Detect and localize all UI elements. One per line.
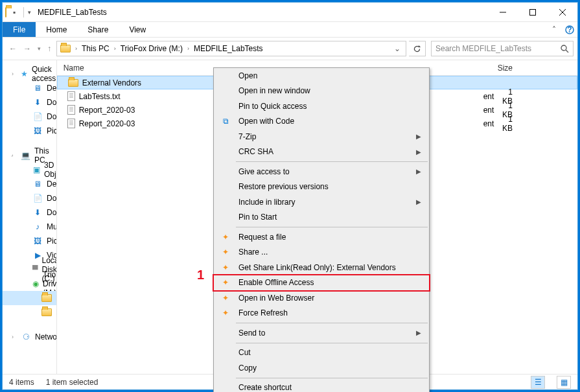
svg-line-7	[566, 50, 568, 52]
cube-icon: ▣	[32, 165, 40, 175]
menu-separator	[236, 227, 428, 227]
submenu-arrow-icon: ▶	[416, 198, 429, 205]
view-large-icons-button[interactable]: ▦	[557, 376, 571, 389]
svg-text:?: ?	[567, 25, 572, 34]
context-menu-item[interactable]: Create shortcut	[214, 380, 429, 393]
maximize-button[interactable]	[518, 3, 548, 22]
context-menu-item[interactable]: Copy	[214, 360, 429, 376]
context-menu-item[interactable]: ✦Open in Web Browser	[214, 290, 429, 306]
sidebar-item-quick-access[interactable]: › ★Quick access	[3, 67, 56, 81]
status-item-count: 4 items	[9, 378, 34, 387]
cloud-icon: ✦	[220, 262, 231, 273]
back-button[interactable]: ←	[9, 44, 17, 53]
context-menu-item[interactable]: ✦Request a file	[214, 229, 429, 245]
up-button[interactable]: ↑	[47, 44, 51, 53]
sidebar-item-medfile-labtests[interactable]: MEDFILE_LabTests	[3, 291, 56, 305]
file-type: ent	[426, 119, 498, 128]
context-menu-label: Pin to Start	[238, 213, 277, 222]
context-menu-label: Request a file	[238, 233, 286, 242]
file-tab[interactable]: File	[3, 22, 36, 37]
context-menu-label: Enable Offline Access	[238, 278, 314, 287]
context-menu-item[interactable]: ✦Share ...	[214, 245, 429, 260]
search-icon[interactable]	[561, 45, 569, 53]
network-drive-icon: ◉	[32, 279, 39, 289]
context-menu-item[interactable]: Send to▶	[214, 325, 429, 341]
sidebar-item-music[interactable]: ♪Music	[3, 220, 56, 234]
sidebar-item-downloads[interactable]: ⬇Downloads	[3, 205, 56, 220]
context-menu-item[interactable]: Restore previous versions	[214, 179, 429, 195]
sidebar-item-pictures[interactable]: 🖼Pictures📌	[3, 124, 56, 138]
sidebar-item-network[interactable]: › ⚆Network	[3, 330, 56, 344]
sidebar-item-3d-objects[interactable]: ▣3D Objects	[3, 163, 56, 177]
context-menu-item[interactable]: Open in new window	[214, 84, 429, 99]
context-menu-item[interactable]: ✦Force Refresh	[214, 306, 429, 321]
pc-icon: 💻	[21, 150, 30, 161]
search-input[interactable]: Search MEDFILE_LabTests	[431, 41, 574, 56]
context-menu-item[interactable]: ⧉Open with Code	[214, 114, 429, 130]
breadcrumb-item[interactable]: This PC	[80, 41, 111, 56]
caret-right-icon[interactable]: ›	[12, 71, 14, 77]
context-menu-item[interactable]: Give access to▶	[214, 164, 429, 179]
forward-button[interactable]: →	[23, 44, 31, 53]
file-icon	[67, 105, 75, 115]
file-name: LabTests.txt	[79, 92, 121, 101]
collapse-ribbon-icon[interactable]: ˄	[546, 22, 562, 37]
close-button[interactable]	[548, 3, 577, 22]
context-menu-item[interactable]: ✦Get Share Link(Read Only): External Ven…	[214, 260, 429, 275]
context-menu-label: Create shortcut	[238, 383, 292, 392]
breadcrumb-item[interactable]: TrioFox Drive (M:)	[119, 41, 185, 56]
breadcrumb-item[interactable]: MEDFILE_LabTests	[192, 41, 265, 56]
context-menu-item[interactable]: CRC SHA▶	[214, 144, 429, 160]
context-menu-label: Open in Web Browser	[238, 294, 314, 303]
minimize-button[interactable]	[488, 3, 518, 22]
ribbon-tabs: File Home Share View ˄ ?	[3, 22, 577, 38]
context-menu-item[interactable]: 7-Zip▶	[214, 129, 429, 144]
chevron-right-icon[interactable]: ›	[186, 45, 191, 52]
sidebar-item-desktop[interactable]: 🖥Desktop📌	[3, 81, 56, 95]
menu-separator	[236, 161, 428, 162]
app-icon	[5, 8, 6, 17]
context-menu-item[interactable]: Cut	[214, 345, 429, 361]
tab-home[interactable]: Home	[36, 22, 77, 37]
view-details-button[interactable]: ☰	[531, 376, 545, 389]
cloud-icon: ✦	[220, 247, 231, 257]
sidebar-item-medfile-patientinfo[interactable]: MEDFILE_PatientInfo	[3, 305, 56, 319]
sidebar-item-documents[interactable]: 📄Documents📌	[3, 110, 56, 124]
address-dropdown-icon[interactable]: ⌄	[390, 44, 404, 53]
navigation-pane[interactable]: › ★Quick access 🖥Desktop📌 ⬇Downloads📌 📄D…	[3, 60, 57, 374]
chevron-right-icon[interactable]: ›	[113, 45, 117, 52]
context-menu-label: Open in new window	[238, 86, 310, 95]
column-size[interactable]: Size	[498, 63, 577, 73]
refresh-button[interactable]	[409, 41, 426, 56]
context-menu-label: Give access to	[238, 167, 290, 176]
sidebar-item-triofox-drive[interactable]: ◉TrioFox Drive (M:)	[3, 277, 56, 291]
address-bar-row: ← → ▾ ↑ › This PC › TrioFox Drive (M:) ›…	[3, 38, 577, 60]
context-menu-item[interactable]: Pin to Quick access	[214, 98, 429, 114]
sidebar-item-downloads[interactable]: ⬇Downloads📌	[3, 95, 56, 110]
tab-view[interactable]: View	[119, 22, 156, 37]
context-menu[interactable]: OpenOpen in new windowPin to Quick acces…	[213, 67, 430, 392]
qat-pin-icon[interactable]: ▪	[9, 8, 19, 17]
sidebar-item-documents[interactable]: 📄Documents	[3, 191, 56, 205]
folder-icon	[68, 79, 78, 87]
chevron-right-icon[interactable]: ›	[74, 45, 78, 52]
context-menu-label: 7-Zip	[238, 132, 256, 141]
desktop-icon: 🖥	[32, 83, 43, 93]
qat-dropdown-icon[interactable]: ▾	[28, 9, 31, 16]
recent-dropdown-icon[interactable]: ▾	[38, 45, 41, 52]
sidebar-item-desktop[interactable]: 🖥Desktop	[3, 177, 56, 191]
caret-right-icon[interactable]: ›	[12, 334, 14, 340]
context-menu-item[interactable]: Open	[214, 68, 429, 84]
address-bar[interactable]: › This PC › TrioFox Drive (M:) › MEDFILE…	[56, 41, 406, 56]
context-menu-label: Send to	[238, 329, 265, 338]
context-menu-item[interactable]: Pin to Start	[214, 210, 429, 225]
tab-share[interactable]: Share	[77, 22, 119, 37]
help-icon[interactable]: ?	[562, 22, 577, 37]
context-menu-item[interactable]: Include in library▶	[214, 194, 429, 210]
file-type: ent	[426, 92, 498, 101]
file-size: 1 KB	[498, 115, 577, 133]
sidebar-item-pictures[interactable]: 🖼Pictures	[3, 234, 56, 248]
context-menu-item[interactable]: ✦Enable Offline Access	[214, 275, 429, 291]
context-menu-label: CRC SHA	[238, 147, 273, 156]
folder-icon	[41, 293, 52, 303]
